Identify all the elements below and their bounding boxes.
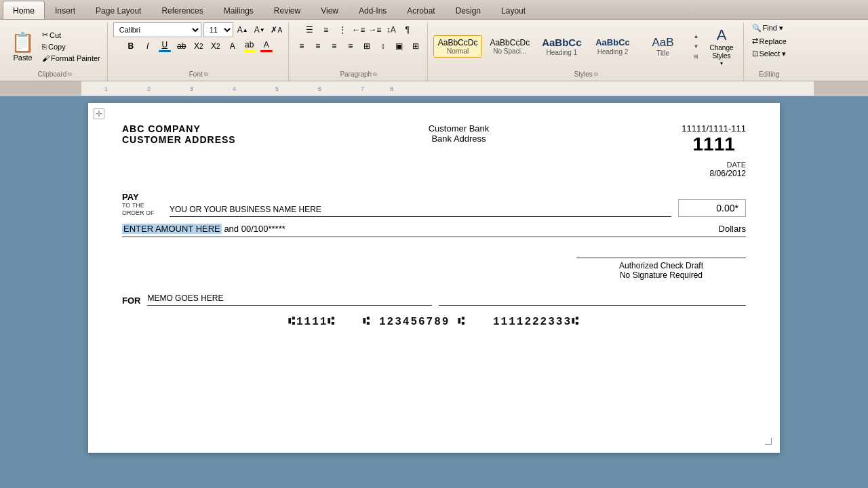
clear-formatting-button[interactable]: ✗A — [269, 22, 284, 37]
plus-handle[interactable]: ✛ — [94, 108, 104, 119]
auth-text: Authorized Check Draft No Signature Requ… — [576, 258, 746, 280]
align-right-button[interactable]: ≡ — [327, 39, 342, 54]
styles-expand-icon[interactable]: ⧉ — [594, 71, 598, 78]
styles-scroll-down[interactable]: ▼ — [690, 42, 701, 52]
tab-references[interactable]: References — [151, 2, 213, 19]
check-header: ABC COMPANY CUSTOMER ADDRESS Customer Ba… — [122, 123, 746, 178]
pay-section: PAY TO THE ORDER OF YOU OR YOUR BUSINESS… — [122, 192, 746, 217]
memo-row: FOR MEMO GOES HERE — [122, 293, 746, 306]
copy-label: Copy — [48, 43, 66, 51]
styles-more[interactable]: ⊞ — [690, 52, 701, 62]
pay-label-group: PAY TO THE ORDER OF — [122, 192, 163, 217]
micr-check: 1111222333⑆ — [493, 316, 580, 328]
change-styles-arrow: ▾ — [720, 60, 723, 66]
align-center-button[interactable]: ≡ — [311, 39, 326, 54]
style-normal-button[interactable]: AaBbCcDc Normal — [433, 35, 483, 58]
date-value: 8/06/2012 — [710, 169, 746, 178]
subscript-button[interactable]: X2 — [191, 39, 206, 54]
font-expand-icon[interactable]: ⧉ — [204, 71, 208, 78]
ribbon: Home Insert Page Layout References Maili… — [0, 0, 868, 81]
cut-label: Cut — [50, 31, 61, 39]
align-left-button[interactable]: ≡ — [294, 39, 309, 54]
company-name: ABC COMPANY — [122, 123, 236, 134]
justify-button[interactable]: ≡ — [343, 39, 358, 54]
replace-icon: ⇄ — [752, 37, 758, 45]
ruler: 1 2 3 4 5 6 7 8 — [0, 81, 868, 96]
font-size-select[interactable]: 11 — [203, 22, 233, 37]
text-highlight-button[interactable]: ab — [242, 39, 257, 54]
decrease-font-button[interactable]: A▼ — [252, 22, 267, 37]
authorized-line2: No Signature Required — [576, 270, 746, 280]
tab-home[interactable]: Home — [3, 1, 45, 19]
tab-mailings[interactable]: Mailings — [214, 2, 264, 19]
style-title-button[interactable]: AaB Title — [639, 33, 686, 60]
font-row2: B I U ab X2 X2 A ab — [123, 39, 274, 54]
text-effects-button[interactable]: A — [225, 39, 240, 54]
strikethrough-button[interactable]: ab — [174, 39, 189, 54]
style-heading2-button[interactable]: AaBbCc Heading 2 — [589, 35, 636, 58]
paste-button[interactable]: 📋 Paste — [7, 28, 39, 64]
bank-info: Customer Bank Bank Address — [429, 123, 490, 178]
find-label: Find ▾ — [763, 24, 783, 33]
memo-line: MEMO GOES HERE — [147, 293, 432, 306]
check-number-section: 11111/1111-111 1111 DATE 8/06/2012 — [682, 123, 746, 178]
increase-indent-button[interactable]: →≡ — [368, 22, 382, 37]
tab-acrobat[interactable]: Acrobat — [397, 2, 445, 19]
tab-addins[interactable]: Add-Ins — [349, 2, 397, 19]
font-color-button[interactable]: A — [259, 39, 274, 54]
paragraph-expand-icon[interactable]: ⧉ — [373, 71, 377, 78]
group-paragraph: ☰ ≡ ⋮ ←≡ →≡ ↕A ¶ ≡ ≡ ≡ ≡ ⊞ ↕ ▣ ⊞ — [290, 22, 428, 81]
styles-scroll-up[interactable]: ▲ — [690, 32, 701, 41]
font-family-select[interactable]: Calibri — [113, 22, 201, 37]
style-heading1-button[interactable]: AaBbCc Heading 1 — [537, 34, 586, 59]
style-heading2-preview: AaBbCc — [595, 37, 630, 48]
superscript-button[interactable]: X2 — [208, 39, 223, 54]
pay-row: PAY TO THE ORDER OF YOU OR YOUR BUSINESS… — [122, 192, 746, 217]
tab-review[interactable]: Review — [264, 2, 311, 19]
copy-button[interactable]: ⎘ Copy — [39, 41, 103, 52]
micr-routing: ⑆1111⑆ — [288, 316, 336, 328]
tab-insert[interactable]: Insert — [45, 2, 85, 19]
show-hide-button[interactable]: ¶ — [400, 22, 415, 37]
cut-button[interactable]: ✂ Cut — [39, 29, 103, 41]
find-button[interactable]: 🔍 Find ▾ — [749, 22, 786, 34]
columns-button[interactable]: ⊞ — [359, 39, 374, 54]
tab-page-layout[interactable]: Page Layout — [85, 2, 151, 19]
tab-view[interactable]: View — [311, 2, 349, 19]
para-row1: ☰ ≡ ⋮ ←≡ →≡ ↕A ¶ — [302, 22, 415, 37]
numbering-button[interactable]: ≡ — [319, 22, 334, 37]
tab-design[interactable]: Design — [446, 2, 491, 19]
amount-written: ENTER AMOUNT HERE and 00/100***** — [122, 224, 713, 234]
multilevel-list-button[interactable]: ⋮ — [335, 22, 350, 37]
paste-label: Paste — [13, 54, 32, 62]
increase-font-button[interactable]: A▲ — [235, 22, 250, 37]
document-page: ✛ ABC COMPANY CUSTOMER ADDRESS Customer … — [88, 103, 780, 453]
sort-button[interactable]: ↕A — [384, 22, 399, 37]
change-styles-label: ChangeStyles — [709, 44, 733, 60]
select-icon: ⊡ — [752, 49, 758, 58]
clipboard-small-group: ✂ Cut ⎘ Copy 🖌 Format Painter — [39, 29, 103, 64]
select-label: Select ▾ — [760, 49, 787, 58]
document-area: ✛ ABC COMPANY CUSTOMER ADDRESS Customer … — [0, 96, 868, 460]
style-nospace-button[interactable]: AaBbCcDc No Spaci... — [485, 35, 534, 58]
copy-icon: ⎘ — [42, 43, 47, 51]
italic-button[interactable]: I — [140, 39, 155, 54]
amount-highlight: ENTER AMOUNT HERE — [122, 224, 222, 234]
tab-layout[interactable]: Layout — [491, 2, 536, 19]
select-button[interactable]: ⊡ Select ▾ — [749, 48, 789, 60]
decrease-indent-button[interactable]: ←≡ — [351, 22, 366, 37]
bold-button[interactable]: B — [123, 39, 138, 54]
clipboard-expand-icon[interactable]: ⧉ — [68, 71, 72, 78]
bullets-button[interactable]: ☰ — [302, 22, 317, 37]
paragraph-group-label: Paragraph ⧉ — [294, 70, 423, 79]
format-painter-button[interactable]: 🖌 Format Painter — [39, 53, 103, 64]
style-nospace-label: No Spaci... — [493, 47, 526, 55]
line-spacing-button[interactable]: ↕ — [376, 39, 391, 54]
underline-button[interactable]: U — [157, 39, 172, 54]
shading-button[interactable]: ▣ — [392, 39, 407, 54]
for-label: FOR — [122, 296, 140, 306]
borders-button[interactable]: ⊞ — [408, 39, 423, 54]
change-styles-button[interactable]: A ChangeStyles ▾ — [704, 24, 738, 69]
font-group-label: Font ⧉ — [113, 70, 284, 79]
replace-button[interactable]: ⇄ Replace — [749, 35, 789, 47]
